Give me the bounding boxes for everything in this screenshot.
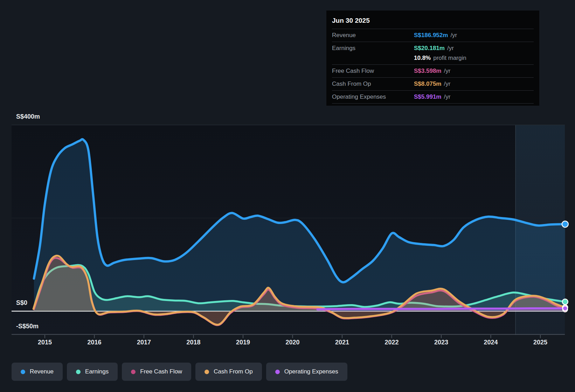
profit-margin-text: profit margin: [433, 55, 466, 62]
tooltip-row-revenue: RevenueS$186.952m/yr: [332, 29, 534, 42]
tooltip-label: Operating Expenses: [332, 93, 414, 100]
revenue-endpoint-dot: [562, 221, 568, 227]
legend-item-cash-from-op[interactable]: Cash From Op: [195, 363, 262, 381]
x-axis-label-2025: 2025: [525, 339, 556, 346]
earnings-series-dot-icon: [76, 370, 81, 374]
tooltip-row-cash-from-op: Cash From OpS$8.075m/yr: [332, 77, 534, 90]
tooltip-date: Jun 30 2025: [332, 14, 534, 29]
legend-item-operating-expenses[interactable]: Operating Expenses: [266, 363, 347, 381]
tooltip-value: S$20.181m: [414, 45, 445, 52]
chart-tooltip: Jun 30 2025 RevenueS$186.952m/yrEarnings…: [326, 10, 539, 106]
x-axis-label-2018: 2018: [178, 339, 209, 346]
legend-label: Revenue: [30, 368, 54, 375]
stock-financials-chart-page: S$400mS$0-S$50m 201520162017201820192020…: [0, 0, 575, 392]
x-axis-label-2021: 2021: [326, 339, 358, 346]
tooltip-row-earnings: EarningsS$20.181m/yr: [332, 42, 534, 55]
tooltip-value: S$3.598m: [414, 68, 441, 75]
tooltip-label: Free Cash Flow: [332, 68, 414, 75]
y-axis-label--50: -S$50m: [16, 323, 39, 330]
x-axis-label-2017: 2017: [128, 339, 160, 346]
y-axis-label-400: S$400m: [16, 113, 40, 120]
revenue-series-dot-icon: [21, 370, 25, 374]
legend-label: Free Cash Flow: [140, 368, 182, 375]
x-axis-label-2020: 2020: [277, 339, 309, 346]
legend-item-revenue[interactable]: Revenue: [12, 363, 63, 381]
legend-label: Operating Expenses: [284, 368, 338, 375]
x-axis-label-2015: 2015: [29, 339, 61, 346]
tooltip-row-operating-expenses: Operating ExpensesS$5.991m/yr: [332, 90, 534, 104]
tooltip-value-suffix: /yr: [450, 32, 457, 39]
tooltip-value-suffix: /yr: [447, 45, 454, 52]
legend-label: Earnings: [85, 368, 109, 375]
tooltip-value: S$186.952m: [414, 32, 448, 39]
tooltip-label: Revenue: [332, 32, 414, 39]
x-axis-label-2023: 2023: [425, 339, 457, 346]
earnings-endpoint-dot: [562, 299, 568, 304]
legend-label: Cash From Op: [214, 368, 252, 375]
tooltip-label: Cash From Op: [332, 80, 414, 88]
tooltip-value: S$5.991m: [414, 93, 441, 100]
operating-expenses-endpoint-dot: [563, 306, 568, 311]
free-cash-flow-series-dot-icon: [131, 370, 136, 374]
tooltip-value-suffix: /yr: [444, 93, 450, 100]
cash-from-op-series-dot-icon: [205, 370, 209, 374]
chart-legend: RevenueEarningsFree Cash FlowCash From O…: [12, 363, 347, 381]
x-axis-label-2024: 2024: [475, 339, 507, 346]
tooltip-value-suffix: /yr: [444, 68, 450, 75]
tooltip-label: Earnings: [332, 45, 414, 52]
y-axis-label-0: S$0: [16, 299, 27, 307]
legend-item-earnings[interactable]: Earnings: [67, 363, 118, 381]
x-axis-label-2022: 2022: [376, 339, 408, 346]
operating-expenses-line: [317, 308, 565, 309]
legend-item-free-cash-flow[interactable]: Free Cash Flow: [122, 363, 191, 381]
profit-margin-value: 10.8%: [414, 55, 431, 62]
operating-expenses-series-dot-icon: [275, 370, 280, 374]
tooltip-value-suffix: /yr: [444, 80, 450, 88]
x-axis-label-2019: 2019: [227, 339, 259, 346]
tooltip-row-profit-margin: 10.8%profit margin: [332, 55, 534, 64]
tooltip-value: S$8.075m: [414, 80, 441, 88]
x-axis-label-2016: 2016: [79, 339, 110, 346]
tooltip-row-free-cash-flow: Free Cash FlowS$3.598m/yr: [332, 64, 534, 77]
